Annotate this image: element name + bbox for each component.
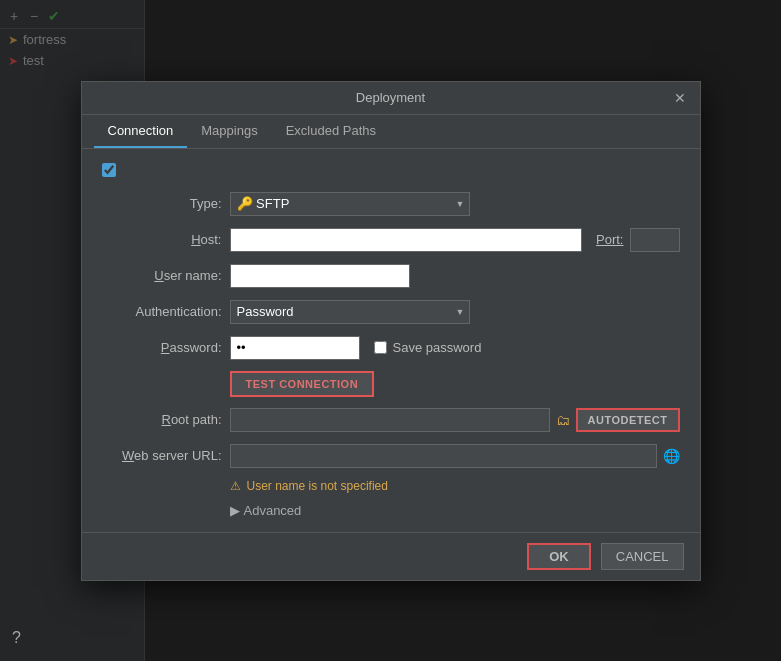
- password-input[interactable]: [230, 336, 360, 360]
- root-path-label: Root path:: [102, 412, 222, 427]
- username-row: User name: 用户名: [102, 263, 680, 289]
- browse-folder-icon[interactable]: 🗂: [556, 412, 570, 428]
- root-path-field: / 🗂 AUTODETECT: [230, 408, 680, 432]
- dialog-title: Deployment: [110, 90, 672, 105]
- dialog-tabs: Connection Mappings Excluded Paths: [82, 115, 700, 149]
- host-label: Host:: [102, 232, 222, 247]
- warning-row: ⚠ User name is not specified: [102, 479, 680, 493]
- save-password-label: Save password: [393, 340, 482, 355]
- test-connection-row: TEST CONNECTION: [102, 371, 680, 397]
- advanced-row[interactable]: ▶ Advanced: [102, 503, 680, 518]
- web-server-label: Web server URL:: [102, 448, 222, 463]
- host-input[interactable]: 服务器ip: [230, 228, 583, 252]
- password-field: Save password: [230, 336, 680, 360]
- test-connection-button[interactable]: TEST CONNECTION: [230, 371, 375, 397]
- globe-icon: 🌐: [663, 448, 680, 464]
- port-label: Port:: [596, 232, 623, 247]
- visible-only-checkbox[interactable]: [102, 163, 116, 177]
- visible-only-row: [102, 163, 680, 177]
- username-field: 用户名: [230, 264, 680, 288]
- host-row: Host: 服务器ip Port: 22: [102, 227, 680, 253]
- auth-label: Authentication:: [102, 304, 222, 319]
- type-field: 🔑 SFTP FTP FTPS: [230, 192, 680, 216]
- type-row: Type: 🔑 SFTP FTP FTPS: [102, 191, 680, 217]
- ok-button[interactable]: OK: [527, 543, 591, 570]
- dialog-titlebar: Deployment ✕: [82, 82, 700, 115]
- test-connection-field: TEST CONNECTION: [230, 371, 680, 397]
- port-input[interactable]: 22: [630, 228, 680, 252]
- dialog-overlay: Deployment ✕ Connection Mappings Exclude…: [0, 0, 781, 661]
- tab-mappings[interactable]: Mappings: [187, 115, 271, 148]
- warning-icon: ⚠: [230, 479, 241, 493]
- autodetect-button[interactable]: AUTODETECT: [576, 408, 680, 432]
- cancel-button[interactable]: CANCEL: [601, 543, 684, 570]
- app-container: + − ✔ ➤ fortress ➤ test Deployment ✕: [0, 0, 781, 661]
- close-button[interactable]: ✕: [672, 90, 688, 106]
- password-label: Password:: [102, 340, 222, 355]
- warning-text: User name is not specified: [247, 479, 388, 493]
- web-server-field: http:// 🌐: [230, 444, 680, 468]
- password-row: Password: Save password: [102, 335, 680, 361]
- dialog-body: Type: 🔑 SFTP FTP FTPS Host:: [82, 149, 700, 532]
- auth-select-wrapper: Password Key pair: [230, 300, 470, 324]
- web-server-input[interactable]: http://: [230, 444, 657, 468]
- advanced-chevron-icon: ▶: [230, 503, 240, 518]
- web-server-row: Web server URL: http:// 🌐: [102, 443, 680, 469]
- dialog-footer: OK CANCEL: [82, 532, 700, 580]
- root-path-input[interactable]: /: [230, 408, 550, 432]
- auth-field: Password Key pair: [230, 300, 680, 324]
- type-label: Type:: [102, 196, 222, 211]
- advanced-label: Advanced: [244, 503, 302, 518]
- deployment-dialog: Deployment ✕ Connection Mappings Exclude…: [81, 81, 701, 581]
- auth-select[interactable]: Password Key pair: [230, 300, 470, 324]
- tab-connection[interactable]: Connection: [94, 115, 188, 148]
- root-path-row: Root path: / 🗂 AUTODETECT: [102, 407, 680, 433]
- username-label: User name:: [102, 268, 222, 283]
- auth-row: Authentication: Password Key pair: [102, 299, 680, 325]
- save-password-checkbox[interactable]: [374, 341, 387, 354]
- tab-excluded-paths[interactable]: Excluded Paths: [272, 115, 390, 148]
- type-select-wrapper: 🔑 SFTP FTP FTPS: [230, 192, 470, 216]
- help-icon[interactable]: ?: [12, 629, 21, 647]
- username-input[interactable]: 用户名: [230, 264, 410, 288]
- type-select[interactable]: 🔑 SFTP FTP FTPS: [230, 192, 470, 216]
- host-field: 服务器ip Port: 22: [230, 228, 680, 252]
